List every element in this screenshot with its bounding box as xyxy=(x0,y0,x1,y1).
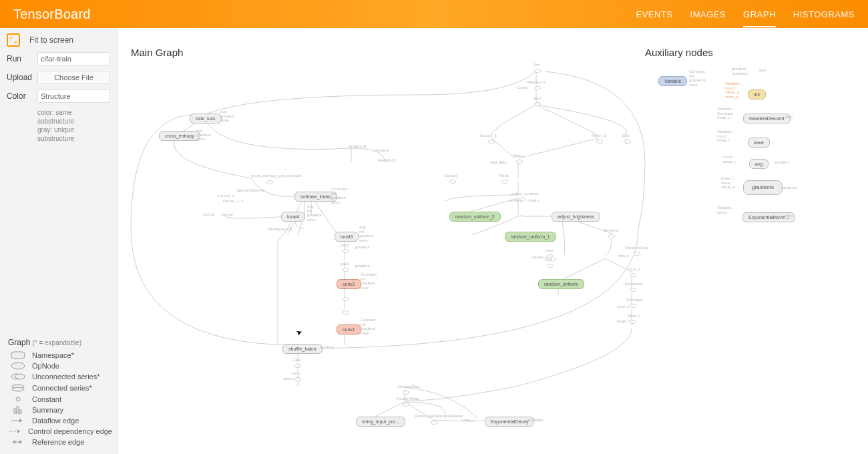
aux-init-sign: sign xyxy=(758,68,766,72)
node-softmax[interactable]: softmax_linear xyxy=(294,192,337,202)
aux-avg-in: constvalue_o xyxy=(722,155,736,164)
aux-nodes-title: Auxiliary nodes xyxy=(645,47,713,58)
color-hint-2: gray: unique substructure xyxy=(7,126,110,143)
tags-softmax: Constantinitgradientsave xyxy=(331,187,347,204)
label-ones: ones o xyxy=(510,198,522,202)
color-select[interactable] xyxy=(37,89,110,103)
node-shuffle[interactable]: shuffle_batch xyxy=(282,344,322,354)
run-label: Run xyxy=(7,54,37,63)
tag-pad1-grad: gradient xyxy=(355,264,370,268)
tag-expdecay-grad: gradients xyxy=(527,418,544,422)
node-local4[interactable]: local4 xyxy=(281,212,305,222)
op-square1 xyxy=(486,138,495,143)
opstack-cross-ex xyxy=(264,178,274,184)
svg-point-3 xyxy=(15,374,25,379)
legend-conn: Connected series* xyxy=(8,383,110,393)
legend-namespace: Namespace* xyxy=(8,351,110,359)
node-local3[interactable]: local3 xyxy=(335,232,359,242)
tag-range-grad: gradient xyxy=(375,148,389,152)
node-conv2[interactable]: conv2 xyxy=(337,279,361,289)
nav-tabs: EVENTS IMAGES GRAPH HISTOGRAMS xyxy=(636,1,855,27)
aux-save[interactable]: save xyxy=(748,138,770,148)
legend-opnode: OpNode xyxy=(8,362,110,370)
svg-point-6 xyxy=(16,397,20,401)
tags-local3: avginitgradientsave xyxy=(359,225,374,242)
fit-to-screen[interactable]: Fit to screen xyxy=(7,33,110,47)
op-square xyxy=(447,178,457,183)
aux-init[interactable]: init xyxy=(748,89,766,99)
tags-total-loss: avggradientsave xyxy=(220,109,235,123)
label-const: Const xyxy=(517,85,527,89)
node-rand[interactable]: random_uniform xyxy=(538,279,584,289)
aux-expm-in: Variable..const xyxy=(717,206,734,214)
op-sign xyxy=(532,100,541,105)
label-dense1: Dense_1..o xyxy=(223,199,244,203)
aux-gradients[interactable]: gradients xyxy=(743,180,783,195)
aux-avg[interactable]: avg xyxy=(749,159,769,169)
run-row: Run xyxy=(7,52,110,65)
node-total-loss[interactable]: total_loss xyxy=(190,114,222,124)
label-size: size o xyxy=(283,377,294,381)
op-reverse xyxy=(606,232,616,238)
label-begin: begin o xyxy=(617,319,630,323)
node-rand1[interactable]: random_uniform_1 xyxy=(505,232,556,242)
tag-pad2-grad: gradient xyxy=(355,245,370,249)
op-max xyxy=(532,84,541,89)
op-div xyxy=(532,67,541,72)
tags-cross-entropy: avggradientsave xyxy=(196,128,211,142)
tab-histograms[interactable]: HISTOGRAMS xyxy=(793,1,855,27)
upload-row: Upload Choose File xyxy=(7,71,110,84)
label-ones2: ones o xyxy=(527,198,539,202)
aux-gd-in: Variable..Constantl-rate_t.. xyxy=(717,107,734,120)
op-mid2 xyxy=(341,308,350,314)
graph-canvas[interactable]: Main Graph Auxiliary nodes xyxy=(118,28,868,454)
aux-gd[interactable]: GradientDescent xyxy=(743,114,791,124)
app-title: TensorBoard xyxy=(13,7,636,22)
node-cross-entropy[interactable]: cross_entropy xyxy=(159,131,200,141)
label-add: Add xyxy=(499,160,507,164)
label-fixedlen: FixedLengthRecordReader xyxy=(415,414,463,418)
run-select[interactable] xyxy=(37,52,110,65)
svg-point-1 xyxy=(11,363,25,369)
legend-control: Control dependency edge xyxy=(8,427,110,435)
legend-const: Constant xyxy=(8,395,110,403)
node-string-input[interactable]: string_input_pro... xyxy=(356,417,405,427)
tab-images[interactable]: IMAGES xyxy=(690,1,726,27)
op-decode xyxy=(401,389,410,394)
label-lrate: l-rate_t.. xyxy=(461,418,476,422)
label-range: range[1-3] xyxy=(348,144,366,148)
node-conv1[interactable]: conv1 xyxy=(337,324,361,334)
label-ones3: ones o xyxy=(617,304,629,308)
upload-label: Upload xyxy=(7,73,37,82)
choose-file-button[interactable]: Choose File xyxy=(37,71,110,84)
main-graph-title: Main Graph xyxy=(131,47,183,58)
label-concat: concat xyxy=(221,212,233,216)
tags-conv2: Constantinitgradientsave xyxy=(361,272,377,290)
op-cast1 xyxy=(628,271,637,276)
app-header: TensorBoard EVENTS IMAGES GRAPH HISTOGRA… xyxy=(0,0,868,28)
op-pad1 xyxy=(341,266,350,271)
color-label: Color xyxy=(7,91,37,101)
tab-graph[interactable]: GRAPH xyxy=(743,1,776,27)
op-rankm xyxy=(499,178,509,183)
color-row: Color xyxy=(7,89,110,103)
aux-variable[interactable]: Variable xyxy=(658,76,687,86)
op-reshape2 xyxy=(628,302,637,307)
fit-label: Fit to screen xyxy=(29,35,73,45)
label-cross-ex: cross_entropy_per_example xyxy=(251,174,302,178)
node-rand2[interactable]: random_uniform_2 xyxy=(449,212,501,222)
label-reshape: Reshape[1-3] xyxy=(268,227,292,231)
legend-dataflow: Dataflow edge xyxy=(8,417,110,425)
op-pad2 xyxy=(341,247,350,252)
tab-events[interactable]: EVENTS xyxy=(636,1,673,27)
legend-subtitle: (* = expandable) xyxy=(32,339,81,347)
legend-reference: Reference edge xyxy=(8,438,110,446)
aux-expm-sign: sign xyxy=(785,214,793,218)
op-randcrop xyxy=(632,250,641,255)
aux-gd-sign: sign xyxy=(785,115,793,119)
op-mid1 xyxy=(341,295,350,300)
svg-rect-9 xyxy=(19,410,21,413)
svg-rect-0 xyxy=(11,352,25,359)
label-cdrda: c.d.c.d..s xyxy=(218,194,234,198)
node-adjbright[interactable]: adjust_brightness xyxy=(552,212,600,222)
